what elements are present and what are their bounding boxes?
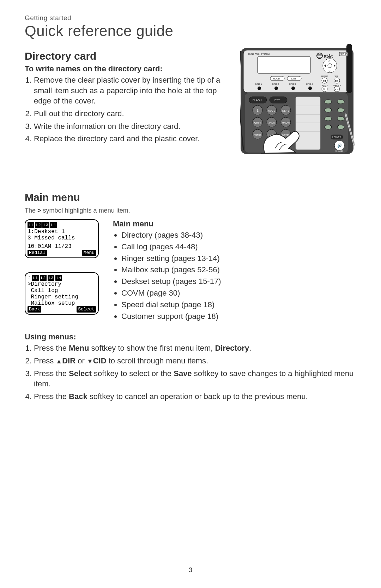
list-item: Remove the clear plastic cover by insert… bbox=[34, 75, 231, 106]
list-item: COVM (page 30) bbox=[121, 288, 221, 299]
list-item: Deskset setup (pages 15-17) bbox=[121, 276, 221, 287]
svg-text:JKL 5: JKL 5 bbox=[268, 121, 275, 124]
list-item: Press ▲DIR or ▼CID to scroll through men… bbox=[34, 356, 356, 366]
subheading-write-names: To write names on the directory card: bbox=[25, 64, 231, 73]
svg-point-73 bbox=[337, 117, 344, 121]
list-item: Replace the directory card and the plast… bbox=[34, 133, 231, 144]
section-heading-directory-card: Directory card bbox=[25, 50, 231, 62]
svg-text:EXIT: EXIT bbox=[291, 77, 296, 80]
subheading-using-menus: Using menus: bbox=[25, 332, 356, 341]
phone-illustration: at&t 4 LINE PABX SYSTEM NEW CALL DIR CID… bbox=[240, 44, 356, 157]
list-item: Speed dial setup (page 18) bbox=[121, 299, 221, 310]
list-item: Mailbox setup (pages 52-56) bbox=[121, 265, 221, 275]
svg-text:4 LINE PABX SYSTEM: 4 LINE PABX SYSTEM bbox=[248, 53, 270, 55]
svg-text:GHI 4: GHI 4 bbox=[254, 121, 261, 124]
svg-rect-2 bbox=[346, 44, 352, 93]
svg-text:1: 1 bbox=[256, 108, 259, 112]
main-menu-items: Directory (pages 38-43) Call log (pages … bbox=[113, 230, 221, 322]
list-item: Press the Menu softkey to show the first… bbox=[34, 343, 356, 354]
list-item: Press the Select softkey to select or th… bbox=[34, 368, 356, 389]
svg-rect-62 bbox=[296, 97, 320, 150]
svg-point-71 bbox=[337, 100, 344, 104]
using-menus-steps: Press the Menu softkey to show the first… bbox=[25, 343, 356, 402]
svg-point-72 bbox=[337, 108, 344, 112]
svg-point-67 bbox=[325, 100, 332, 104]
list-item: Pull out the directory card. bbox=[34, 108, 231, 119]
list-item: Ringer setting (pages 13-14) bbox=[121, 253, 221, 264]
svg-text:🔊: 🔊 bbox=[337, 143, 342, 148]
lcd-screenshot-menu: ↕ L1 L2 L3 L4 >Directory Call log Ringer… bbox=[25, 272, 99, 315]
triangle-up-icon: ▲ bbox=[56, 357, 62, 366]
list-item: Write the information on the directory c… bbox=[34, 121, 231, 132]
note-symbol-highlight: The > symbol highlights a menu item. bbox=[25, 207, 356, 214]
svg-point-35 bbox=[258, 87, 261, 90]
svg-text:DIR: DIR bbox=[328, 60, 332, 62]
svg-text:SKIP: SKIP bbox=[334, 75, 339, 77]
svg-text:ABC 2: ABC 2 bbox=[268, 109, 275, 112]
svg-point-10 bbox=[328, 64, 332, 68]
svg-text:at&t: at&t bbox=[324, 53, 333, 59]
svg-text:NEW CALL: NEW CALL bbox=[340, 53, 349, 55]
svg-text:LINE 4: LINE 4 bbox=[306, 83, 313, 85]
svg-text:FLASH: FLASH bbox=[253, 99, 262, 102]
lcd-screenshot-idle: L1 L2 L3 L4 1:Deskset 1 3 Missed calls 1… bbox=[25, 219, 99, 258]
list-item: Directory (pages 38-43) bbox=[121, 230, 221, 241]
subheading-main-menu-list: Main menu bbox=[113, 219, 221, 228]
list-item: Call log (pages 44-48) bbox=[121, 242, 221, 253]
list-item: Customer support (page 18) bbox=[121, 311, 221, 322]
svg-text:⚬⚬: ⚬⚬ bbox=[335, 88, 339, 90]
page-title: Quick reference guide bbox=[25, 23, 356, 40]
directory-steps-list: Remove the clear plastic cover by insert… bbox=[25, 75, 231, 144]
svg-text:REPEAT: REPEAT bbox=[321, 75, 328, 77]
svg-text:PTT: PTT bbox=[274, 99, 280, 102]
svg-text:HOLD: HOLD bbox=[273, 77, 280, 80]
svg-text:LINE 1: LINE 1 bbox=[255, 83, 262, 85]
svg-text:DEF 3: DEF 3 bbox=[282, 109, 289, 112]
svg-text:LINE 2: LINE 2 bbox=[272, 83, 279, 85]
svg-text:CID: CID bbox=[328, 70, 332, 72]
svg-text:PQRS7: PQRS7 bbox=[254, 134, 261, 136]
svg-point-37 bbox=[291, 87, 295, 90]
triangle-down-icon: ▼ bbox=[87, 357, 93, 366]
svg-text:SPEAKER: SPEAKER bbox=[335, 150, 344, 152]
page-number: 3 bbox=[0, 566, 381, 574]
section-heading-main-menu: Main menu bbox=[25, 191, 356, 203]
list-item: Press the Back softkey to cancel an oper… bbox=[34, 391, 356, 402]
svg-text:◀◀: ◀◀ bbox=[322, 79, 326, 82]
svg-point-68 bbox=[325, 108, 332, 112]
svg-point-74 bbox=[337, 125, 344, 129]
svg-text:▶▶: ▶▶ bbox=[335, 79, 339, 82]
svg-text:MNO 6: MNO 6 bbox=[282, 121, 290, 124]
svg-text:LOWER: LOWER bbox=[332, 136, 341, 138]
svg-point-36 bbox=[274, 87, 278, 90]
svg-point-70 bbox=[325, 125, 332, 129]
svg-text:LINE 3: LINE 3 bbox=[289, 83, 296, 85]
svg-point-38 bbox=[308, 87, 312, 90]
svg-text:✕: ✕ bbox=[323, 88, 326, 91]
svg-rect-8 bbox=[258, 57, 310, 73]
svg-point-69 bbox=[325, 117, 332, 121]
breadcrumb: Getting started bbox=[25, 14, 356, 22]
